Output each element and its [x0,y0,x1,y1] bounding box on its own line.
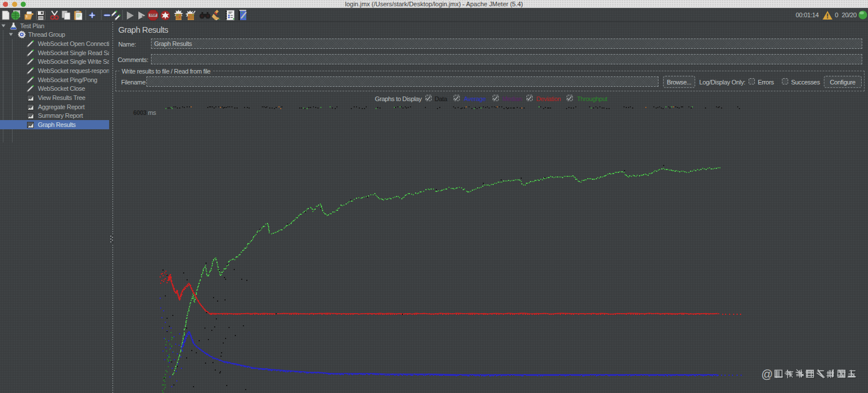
svg-text:@: @ [761,368,773,380]
